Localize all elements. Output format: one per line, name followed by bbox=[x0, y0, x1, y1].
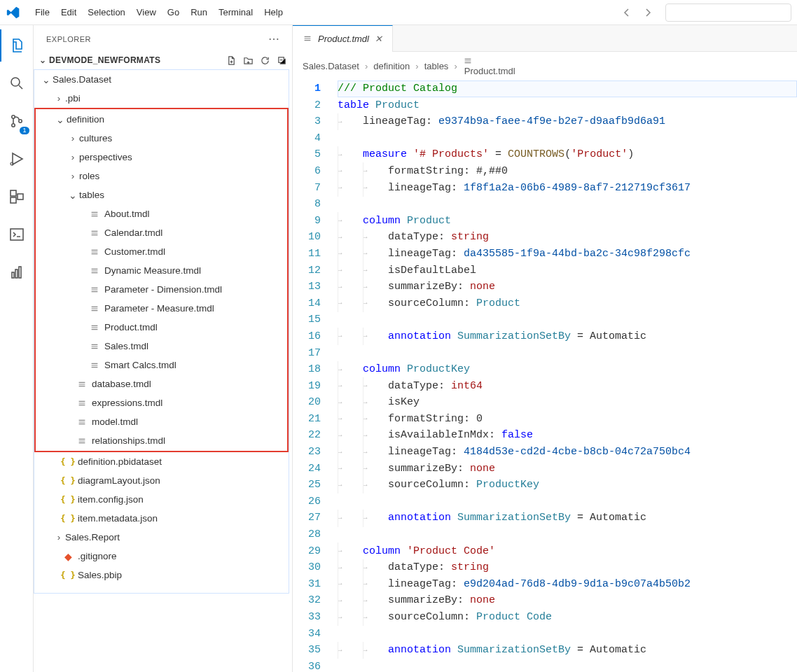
breadcrumb-sales-dataset[interactable]: Sales.Dataset bbox=[303, 61, 359, 71]
tree-file-smart-calcs-tmdl[interactable]: Smart Calcs.tmdl bbox=[36, 356, 287, 374]
tree-file-item-metadata-json[interactable]: { }item.metadata.json bbox=[34, 509, 289, 528]
vscode-logo bbox=[6, 5, 21, 20]
activity-search-icon[interactable] bbox=[0, 67, 34, 99]
editor-tabs: Product.tmdl ✕ bbox=[293, 25, 797, 52]
activitybar: 1 bbox=[0, 25, 34, 672]
svg-rect-11 bbox=[19, 267, 21, 278]
tree-file-sales-tmdl[interactable]: Sales.tmdl bbox=[36, 337, 287, 356]
menu-go[interactable]: Go bbox=[162, 4, 185, 20]
collapse-all-icon[interactable] bbox=[275, 54, 288, 66]
tree-file-item-config-json[interactable]: { }item.config.json bbox=[34, 490, 289, 509]
scm-badge: 1 bbox=[20, 127, 29, 134]
explorer-title: EXPLORER bbox=[46, 35, 91, 43]
tree-file-model-tmdl[interactable]: model.tmdl bbox=[36, 412, 287, 431]
breadcrumb-definition[interactable]: definition bbox=[373, 61, 410, 71]
activity-terminal-icon[interactable] bbox=[0, 218, 34, 251]
project-name: DEVMODE_NEWFORMATS bbox=[49, 55, 225, 65]
activity-extensions-icon[interactable] bbox=[0, 181, 34, 213]
code-editor[interactable]: 1234567891011121314151617181920212223242… bbox=[293, 80, 797, 672]
svg-point-1 bbox=[11, 115, 14, 118]
menu-view[interactable]: View bbox=[131, 4, 162, 20]
tree-file-definition-pbidataset[interactable]: { }definition.pbidataset bbox=[34, 452, 289, 471]
tree-folder-cultures[interactable]: ›cultures bbox=[36, 129, 287, 148]
nav-back-icon[interactable] bbox=[618, 4, 636, 22]
svg-rect-7 bbox=[18, 194, 23, 200]
menu-help[interactable]: Help bbox=[258, 4, 289, 20]
tree-file-parameter-dimension-tmdl[interactable]: Parameter - Dimension.tmdl bbox=[36, 280, 287, 299]
svg-rect-8 bbox=[11, 229, 23, 240]
tree-file-relationships-tmdl[interactable]: relationships.tmdl bbox=[36, 431, 287, 450]
tree-folder--pbi[interactable]: ›.pbi bbox=[34, 89, 289, 108]
svg-point-3 bbox=[18, 120, 21, 122]
activity-run-debug-icon[interactable] bbox=[0, 143, 34, 175]
svg-rect-9 bbox=[12, 272, 14, 278]
nav-forward-icon[interactable] bbox=[639, 4, 657, 22]
breadcrumb-separator: › bbox=[365, 61, 368, 71]
tree-folder-definition[interactable]: ⌄definition bbox=[36, 110, 287, 129]
file-tree: ⌄Sales.Dataset›.pbi⌄definition›cultures›… bbox=[34, 69, 289, 594]
tree-file--gitignore[interactable]: ◆.gitignore bbox=[34, 547, 289, 566]
svg-rect-6 bbox=[11, 197, 16, 203]
tree-file-customer-tmdl[interactable]: Customer.tmdl bbox=[36, 242, 287, 261]
tree-folder-perspectives[interactable]: ›perspectives bbox=[36, 148, 287, 167]
activity-powerbi-icon[interactable] bbox=[0, 256, 34, 288]
tree-file-about-tmdl[interactable]: About.tmdl bbox=[36, 204, 287, 223]
activity-source-control-icon[interactable]: 1 bbox=[0, 105, 34, 137]
breadcrumb-separator: › bbox=[415, 61, 418, 71]
close-icon[interactable]: ✕ bbox=[375, 34, 382, 44]
project-section-header[interactable]: ⌄ DEVMODE_NEWFORMATS bbox=[34, 51, 292, 69]
tab-label: Product.tmdl bbox=[318, 34, 369, 44]
explorer-more-icon[interactable]: ⋯ bbox=[268, 32, 280, 46]
new-folder-icon[interactable] bbox=[242, 54, 254, 66]
svg-rect-5 bbox=[11, 190, 16, 196]
editor-area: Product.tmdl ✕ Sales.Dataset›definition›… bbox=[293, 25, 797, 672]
breadcrumb-tables[interactable]: tables bbox=[424, 61, 449, 71]
tree-file-expressions-tmdl[interactable]: expressions.tmdl bbox=[36, 393, 287, 412]
svg-point-2 bbox=[11, 124, 14, 127]
tree-file-database-tmdl[interactable]: database.tmdl bbox=[36, 374, 287, 393]
command-center[interactable] bbox=[665, 4, 791, 22]
tree-file-calendar-tmdl[interactable]: Calendar.tmdl bbox=[36, 223, 287, 242]
tree-file-sales-pbip[interactable]: { }Sales.pbip bbox=[34, 566, 289, 584]
file-icon bbox=[303, 34, 312, 43]
menu-edit[interactable]: Edit bbox=[55, 4, 82, 20]
menu-file[interactable]: File bbox=[29, 4, 55, 20]
new-file-icon[interactable] bbox=[225, 54, 237, 66]
tree-file-product-tmdl[interactable]: Product.tmdl bbox=[36, 318, 287, 337]
tree-folder-roles[interactable]: ›roles bbox=[36, 167, 287, 186]
line-gutter: 1234567891011121314151617181920212223242… bbox=[293, 80, 335, 672]
menu-selection[interactable]: Selection bbox=[82, 4, 130, 20]
editor-tab[interactable]: Product.tmdl ✕ bbox=[293, 25, 393, 52]
tree-folder-root[interactable]: ⌄Sales.Dataset bbox=[34, 70, 289, 89]
breadcrumb-product-tmdl[interactable]: Product.tmdl bbox=[463, 56, 515, 76]
highlighted-definition-folder: ⌄definition›cultures›perspectives›roles⌄… bbox=[34, 108, 289, 452]
tree-file-diagramlayout-json[interactable]: { }diagramLayout.json bbox=[34, 471, 289, 490]
breadcrumbs: Sales.Dataset›definition›tables› Product… bbox=[293, 52, 797, 80]
refresh-icon[interactable] bbox=[258, 54, 271, 66]
svg-rect-10 bbox=[15, 270, 18, 278]
breadcrumb-separator: › bbox=[454, 61, 457, 71]
tree-file-parameter-measure-tmdl[interactable]: Parameter - Measure.tmdl bbox=[36, 299, 287, 318]
tree-folder-tables[interactable]: ⌄tables bbox=[36, 186, 287, 204]
menu-terminal[interactable]: Terminal bbox=[213, 4, 258, 20]
tree-folder-sales-report[interactable]: ›Sales.Report bbox=[34, 528, 289, 547]
svg-point-0 bbox=[11, 78, 20, 86]
activity-explorer-icon[interactable] bbox=[0, 29, 34, 62]
menu-run[interactable]: Run bbox=[185, 4, 213, 20]
menubar: FileEditSelectionViewGoRunTerminalHelp bbox=[0, 0, 797, 25]
code-content[interactable]: /// Product Catalogtable Product→lineage… bbox=[335, 80, 797, 672]
explorer-sidebar: EXPLORER ⋯ ⌄ DEVMODE_NEWFORMATS ⌄Sales.D… bbox=[34, 25, 293, 672]
tree-file-dynamic-measure-tmdl[interactable]: Dynamic Measure.tmdl bbox=[36, 261, 287, 280]
chevron-down-icon: ⌄ bbox=[38, 55, 48, 65]
